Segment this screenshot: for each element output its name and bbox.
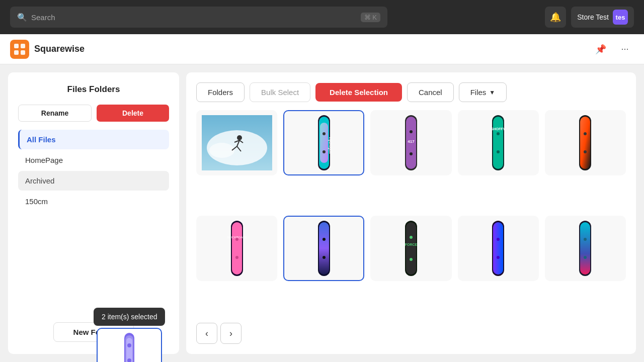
svg-point-27 [410,130,413,133]
svg-point-36 [584,132,587,135]
folder-item-allfiles[interactable]: All Files [18,130,169,149]
pagination: ‹ › [196,323,626,344]
image-cell-8[interactable]: FORCE [370,216,451,281]
svg-rect-21 [320,123,328,163]
folder-item-150cm[interactable]: 150cm [18,192,169,211]
image-cell-5[interactable] [545,110,626,175]
svg-text:SHOFFY: SHOFFY [491,127,506,131]
folder-item-homepage[interactable]: HomePage [18,150,169,170]
image-cell-9[interactable] [458,216,539,281]
svg-rect-30 [493,117,503,169]
svg-point-50 [410,236,413,239]
image-cell-4[interactable]: SHOFFY [458,110,539,175]
svg-text:FORCE: FORCE [405,243,418,246]
tooltip-image [97,328,162,362]
image-cell-6[interactable]: BRICKBOARD [196,216,277,281]
svg-point-46 [323,256,326,259]
svg-point-55 [497,256,500,259]
notifications-button[interactable]: 🔔 [545,7,566,28]
svg-point-41 [235,238,238,241]
svg-point-51 [410,258,413,261]
image-grid: Hydrogen 417 [196,110,626,315]
delete-selection-button[interactable]: Delete Selection [315,83,402,102]
svg-point-7 [127,343,131,347]
svg-rect-2 [14,50,19,55]
rename-button[interactable]: Rename [18,105,92,122]
search-box[interactable]: 🔍 Search ⌘ K [10,7,387,28]
main-layout: Files Folders Rename Delete All Files Ho… [0,64,644,362]
svg-point-28 [410,152,413,155]
folder-item-archived[interactable]: Archived [18,171,169,191]
topbar-right: 🔔 Store Test tes [545,7,634,28]
svg-point-12 [237,135,242,140]
svg-point-37 [584,150,587,153]
folder-list: All Files HomePage Archived 150cm [18,130,169,211]
image-cell-2[interactable]: Hydrogen [283,110,364,175]
svg-rect-3 [21,50,25,55]
tooltip-container: 2 item(s) selected [94,308,165,362]
cancel-button[interactable]: Cancel [407,82,454,102]
svg-point-54 [497,238,500,241]
store-name: Store Test [577,13,609,21]
svg-rect-6 [126,338,132,362]
pin-button[interactable]: 📌 [592,40,610,58]
svg-rect-57 [580,222,590,275]
tooltip-text: 2 item(s) selected [94,308,165,326]
search-placeholder: Search [31,13,357,22]
svg-rect-48 [406,222,416,275]
svg-rect-39 [232,222,242,275]
image-cell-3[interactable]: 417 [370,110,451,175]
sidebar-actions: Rename Delete [18,105,169,122]
content-area: Folders Bulk Select Delete Selection Can… [186,72,636,354]
svg-point-22 [323,132,326,135]
svg-text:Hydrogen: Hydrogen [328,137,332,154]
prev-page-button[interactable]: ‹ [196,323,217,344]
svg-point-23 [323,150,326,153]
svg-point-58 [584,238,587,241]
svg-text:417: 417 [408,139,415,144]
sidebar-title: Files Folders [18,84,169,95]
image-cell-1[interactable] [196,110,277,175]
more-button[interactable]: ··· [616,40,634,58]
svg-point-33 [497,150,500,153]
sidebar-delete-button[interactable]: Delete [97,105,169,122]
chevron-down-icon: ▼ [489,89,495,96]
folders-button[interactable]: Folders [196,82,245,102]
sidebar: Files Folders Rename Delete All Files Ho… [8,72,179,354]
svg-rect-53 [493,222,503,275]
app-header: Squarewise 📌 ··· [0,34,644,64]
topbar: 🔍 Search ⌘ K 🔔 Store Test tes [0,0,644,34]
svg-point-32 [497,132,500,135]
app-title: Squarewise [34,44,85,54]
svg-rect-44 [319,222,329,275]
app-header-right: 📌 ··· [592,40,634,58]
svg-point-11 [209,143,234,158]
files-dropdown-button[interactable]: Files ▼ [459,82,507,102]
store-avatar: tes [613,10,628,25]
image-cell-7[interactable] [283,216,364,281]
search-icon: 🔍 [17,13,27,22]
bulk-select-button[interactable]: Bulk Select [250,82,310,102]
svg-rect-1 [21,44,25,48]
svg-point-59 [584,256,587,259]
svg-rect-35 [580,117,590,169]
toolbar: Folders Bulk Select Delete Selection Can… [196,82,626,102]
app-logo [10,40,29,59]
image-cell-10[interactable] [545,216,626,281]
search-shortcut: ⌘ K [361,13,380,22]
store-button[interactable]: Store Test tes [571,7,634,28]
svg-point-42 [235,256,238,259]
next-page-button[interactable]: › [220,323,242,344]
svg-rect-0 [14,44,19,48]
svg-point-45 [323,238,326,241]
